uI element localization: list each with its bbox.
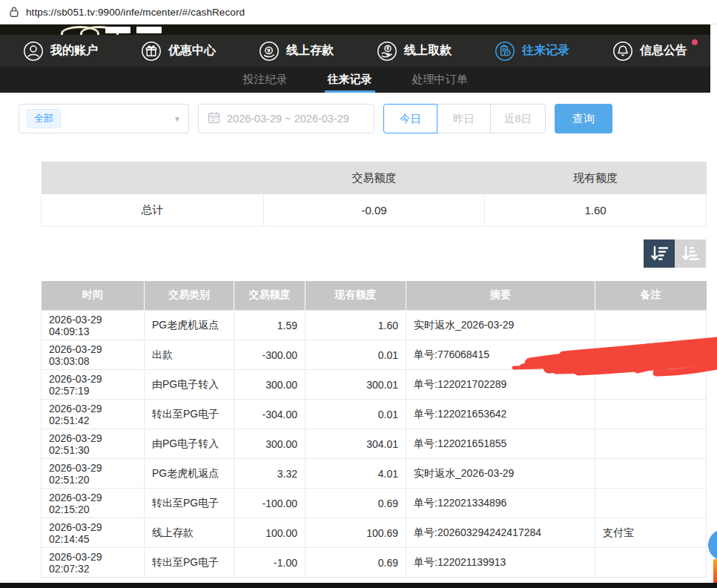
tab-cash-records[interactable]: 往来记录	[320, 67, 380, 93]
bell-icon	[612, 41, 633, 62]
cell-balance: 304.01	[305, 429, 406, 459]
summary-table: 交易额度 现有额度 总计 -0.09 1.60	[41, 162, 707, 227]
cell-trade-amount: -304.00	[234, 400, 305, 429]
browser-url-bar[interactable]: https://sb051.tv:9900/infe/mcenter/#/cas…	[0, 0, 717, 24]
summary-total-row: 总计 -0.09 1.60	[42, 194, 707, 226]
deposit-coin-icon	[259, 41, 280, 62]
cell-type: 出款	[145, 340, 234, 370]
cell-balance: 300.01	[305, 370, 406, 400]
nav-item-promotions[interactable]: 优惠中心	[136, 41, 220, 62]
today-button[interactable]: 今日	[383, 104, 437, 133]
tab-pending-orders[interactable]: 处理中订单	[405, 67, 475, 93]
date-range-value: 2026-03-29 ~ 2026-03-29	[227, 113, 349, 125]
table-row: 2026-03-29 02:07:32 转出至PG电子 -1.00 0.69 单…	[42, 548, 707, 578]
cell-balance: 100.69	[305, 518, 406, 548]
lock-icon	[9, 6, 19, 18]
cell-note	[595, 370, 707, 400]
cell-time: 2026-03-29 03:03:08	[42, 340, 145, 370]
cell-trade-amount: 300.00	[234, 370, 305, 400]
cell-time: 2026-03-29 02:07:32	[42, 548, 145, 578]
cell-trade-amount: 1.59	[234, 311, 305, 340]
sort-descending-button[interactable]	[644, 240, 675, 268]
button-label: 昨日	[453, 112, 475, 126]
cell-trade-amount: 3.32	[234, 459, 305, 489]
cell-balance: 0.69	[305, 548, 406, 578]
selected-type-tag[interactable]: 全部	[27, 109, 61, 128]
sort-controls	[0, 240, 706, 268]
window-bottom-edge	[0, 583, 717, 588]
summary-balance: 1.60	[485, 194, 707, 226]
subnav-tabs: 投注纪录 往来记录 处理中订单	[0, 67, 710, 93]
cell-note	[595, 548, 707, 578]
filter-bar: 全部 ▼ 2026-03-29 ~ 2026-03-29 今日 昨日 近8日	[19, 104, 717, 133]
table-row: 2026-03-29 02:57:19 由PG电子转入 300.00 300.0…	[42, 370, 707, 400]
cell-summary: 单号:122021651855	[406, 429, 595, 459]
tab-label: 处理中订单	[412, 73, 468, 87]
col-time: 时间	[42, 281, 145, 311]
cell-balance: 0.69	[305, 489, 406, 518]
cell-note	[595, 400, 707, 429]
cell-balance: 4.01	[305, 459, 406, 489]
cell-time: 2026-03-29 02:51:30	[42, 429, 145, 459]
sort-ascending-button[interactable]	[675, 240, 706, 268]
cell-note	[595, 340, 707, 370]
table-row: 2026-03-29 02:51:42 转出至PG电子 -304.00 0.01…	[42, 400, 707, 429]
table-row: 2026-03-29 02:14:45 线上存款 100.00 100.69 单…	[42, 518, 707, 548]
nav-item-withdraw[interactable]: 线上取款	[372, 41, 456, 62]
cell-type: 转出至PG电子	[145, 548, 234, 578]
cell-balance: 1.60	[305, 311, 406, 340]
nav-item-deposit[interactable]: 线上存款	[254, 41, 338, 62]
url-text[interactable]: https://sb051.tv:9900/infe/mcenter/#/cas…	[26, 7, 245, 18]
cell-balance: 0.01	[305, 340, 406, 370]
col-note: 备注	[595, 281, 707, 311]
browser-window: https://sb051.tv:9900/infe/mcenter/#/cas…	[0, 0, 717, 588]
nav-label: 我的账户	[50, 43, 98, 59]
cell-balance: 0.01	[305, 400, 406, 429]
tab-bet-records[interactable]: 投注纪录	[236, 67, 295, 93]
cell-type: 线上存款	[145, 518, 234, 548]
table-row: 2026-03-29 02:15:20 转出至PG电子 -100.00 0.69…	[42, 489, 707, 518]
date-range-picker[interactable]: 2026-03-29 ~ 2026-03-29	[198, 104, 374, 133]
summary-trade-amount: -0.09	[264, 194, 485, 226]
cell-trade-amount: 300.00	[234, 429, 305, 459]
cell-time: 2026-03-29 02:57:19	[42, 370, 145, 400]
col-type: 交易类别	[145, 281, 234, 311]
summary-header-empty	[42, 162, 264, 194]
cell-trade-amount: 100.00	[234, 518, 305, 548]
nav-item-announcements[interactable]: 信息公告	[608, 41, 692, 62]
cell-note	[595, 429, 707, 459]
cell-type: 由PG电子转入	[145, 429, 234, 459]
chat-widget-button[interactable]	[708, 529, 717, 561]
nav-item-cash-records[interactable]: 往来记录	[490, 41, 574, 62]
records-header-row: 时间 交易类别 交易额度 现有额度 摘要 备注	[42, 281, 707, 311]
side-widget-partial[interactable]	[713, 559, 717, 584]
cell-summary: 单号:202603294242417284	[406, 518, 595, 548]
notification-dot	[692, 39, 698, 45]
cell-note	[595, 459, 707, 489]
cell-time: 2026-03-29 02:14:45	[42, 518, 145, 548]
button-label: 今日	[400, 112, 421, 126]
type-select[interactable]: 全部 ▼	[19, 104, 189, 133]
cell-summary: 实时返水_2026-03-29	[406, 311, 595, 340]
cell-trade-amount: -1.00	[234, 548, 305, 578]
cell-type: PG老虎机返点	[145, 311, 234, 340]
records-clipboard-icon	[495, 41, 515, 62]
cell-type: 转出至PG电子	[145, 400, 234, 429]
nav-label: 信息公告	[640, 43, 687, 59]
last-8-days-button[interactable]: 近8日	[490, 104, 546, 133]
chevron-down-icon: ▼	[174, 115, 181, 123]
withdraw-hand-icon	[377, 41, 397, 62]
cell-note	[595, 311, 707, 340]
tab-label: 往来记录	[328, 73, 372, 87]
nav-item-my-account[interactable]: 我的账户	[19, 41, 102, 62]
table-row: 2026-03-29 04:09:13 PG老虎机返点 1.59 1.60 实时…	[42, 311, 707, 340]
cell-time: 2026-03-29 02:15:20	[42, 489, 145, 518]
summary-header-balance: 现有额度	[485, 162, 707, 194]
query-button[interactable]: 查询	[555, 104, 612, 133]
cell-summary: 单号:122021334896	[406, 489, 595, 518]
cell-note	[595, 489, 707, 518]
summary-header-trade: 交易额度	[264, 162, 485, 194]
nav-label: 往来记录	[522, 43, 569, 59]
site-logo-partial	[105, 27, 130, 33]
yesterday-button[interactable]: 昨日	[437, 104, 491, 133]
